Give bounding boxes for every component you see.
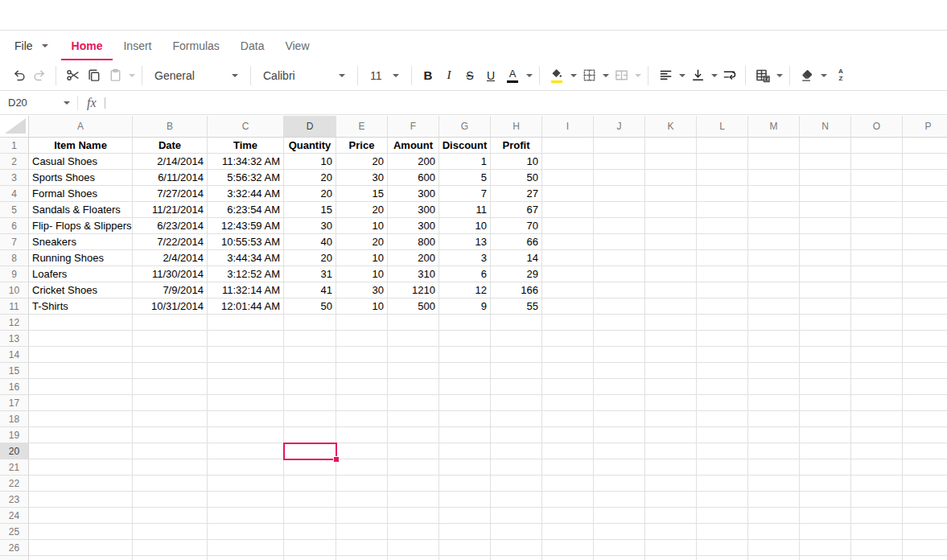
cell-M3[interactable] xyxy=(748,170,800,186)
cell-K9[interactable] xyxy=(645,266,697,282)
cell-E6[interactable]: 10 xyxy=(336,218,388,234)
cell-E20[interactable] xyxy=(336,443,388,459)
cell-B3[interactable]: 6/11/2014 xyxy=(133,170,208,186)
row-header-23[interactable]: 23 xyxy=(0,492,29,508)
cell-O9[interactable] xyxy=(851,266,903,282)
cell-H2[interactable]: 10 xyxy=(491,154,542,170)
cell-J5[interactable] xyxy=(594,202,645,218)
cell-K18[interactable] xyxy=(645,411,697,427)
cell-K3[interactable] xyxy=(645,170,697,186)
cell-F25[interactable] xyxy=(388,524,439,540)
cell-K16[interactable] xyxy=(645,379,697,395)
row-header-6[interactable]: 6 xyxy=(0,218,29,234)
cell-G5[interactable]: 11 xyxy=(439,202,491,218)
cell-P2[interactable] xyxy=(903,154,947,170)
cell-J16[interactable] xyxy=(594,379,645,395)
cell-J18[interactable] xyxy=(594,411,645,427)
cell-E26[interactable] xyxy=(336,540,388,556)
cell-B13[interactable] xyxy=(133,331,208,347)
cell-J3[interactable] xyxy=(594,170,645,186)
cell-E10[interactable]: 30 xyxy=(336,282,388,299)
cell-M17[interactable] xyxy=(748,395,800,411)
cell-O4[interactable] xyxy=(851,186,903,202)
cell-B20[interactable] xyxy=(133,443,208,459)
cell-B11[interactable]: 10/31/2014 xyxy=(133,299,208,315)
cell-L25[interactable] xyxy=(697,524,748,540)
cell-M10[interactable] xyxy=(748,282,800,299)
cell-H10[interactable]: 166 xyxy=(491,282,542,299)
cell-C12[interactable] xyxy=(208,315,284,331)
cell-J14[interactable] xyxy=(594,347,645,363)
column-header-K[interactable]: K xyxy=(645,116,697,138)
cell-A14[interactable] xyxy=(29,347,133,363)
cell-K8[interactable] xyxy=(645,250,697,266)
row-header-22[interactable]: 22 xyxy=(0,476,29,492)
cell-B19[interactable] xyxy=(133,427,208,443)
cell-M5[interactable] xyxy=(748,202,800,218)
cell-C5[interactable]: 6:23:54 AM xyxy=(208,202,284,218)
cell-E11[interactable]: 10 xyxy=(336,299,388,315)
cell-E15[interactable] xyxy=(336,363,388,379)
cell-A12[interactable] xyxy=(29,315,133,331)
vertical-align-button[interactable] xyxy=(687,64,708,87)
cell-H26[interactable] xyxy=(491,540,542,556)
cell-P22[interactable] xyxy=(903,476,947,492)
cell-B4[interactable]: 7/27/2014 xyxy=(133,186,208,202)
cell-M27[interactable] xyxy=(748,556,800,560)
cell-E8[interactable]: 10 xyxy=(336,250,388,266)
column-header-D[interactable]: D xyxy=(284,116,336,138)
row-header-7[interactable]: 7 xyxy=(0,234,29,250)
cell-D8[interactable]: 20 xyxy=(284,250,336,266)
cell-A2[interactable]: Casual Shoes xyxy=(29,154,133,170)
cell-G2[interactable]: 1 xyxy=(439,154,491,170)
cell-L19[interactable] xyxy=(697,427,748,443)
cell-D11[interactable]: 50 xyxy=(284,299,336,315)
cell-M1[interactable] xyxy=(748,138,800,154)
cell-O25[interactable] xyxy=(851,524,903,540)
row-header-2[interactable]: 2 xyxy=(0,154,29,170)
cell-J9[interactable] xyxy=(594,266,645,282)
cell-M4[interactable] xyxy=(748,186,800,202)
cell-L4[interactable] xyxy=(697,186,748,202)
cell-P21[interactable] xyxy=(903,459,947,476)
cell-K22[interactable] xyxy=(645,476,697,492)
borders-dropdown-icon[interactable] xyxy=(603,74,609,77)
cell-G13[interactable] xyxy=(439,331,491,347)
cell-I14[interactable] xyxy=(542,347,594,363)
cut-button[interactable] xyxy=(62,64,83,87)
cell-K20[interactable] xyxy=(645,443,697,459)
cell-E5[interactable]: 20 xyxy=(336,202,388,218)
cell-D14[interactable] xyxy=(284,347,336,363)
cell-O12[interactable] xyxy=(851,315,903,331)
cell-D2[interactable]: 10 xyxy=(284,154,336,170)
cell-B22[interactable] xyxy=(133,476,208,492)
cell-F19[interactable] xyxy=(388,427,439,443)
cell-P12[interactable] xyxy=(903,315,947,331)
cell-C27[interactable] xyxy=(208,556,284,560)
merge-dropdown-icon[interactable] xyxy=(635,74,641,77)
cell-P5[interactable] xyxy=(903,202,947,218)
cell-I9[interactable] xyxy=(542,266,594,282)
cell-J11[interactable] xyxy=(594,299,645,315)
cell-I26[interactable] xyxy=(542,540,594,556)
cell-B5[interactable]: 11/21/2014 xyxy=(133,202,208,218)
column-header-A[interactable]: A xyxy=(29,116,133,138)
cell-I8[interactable] xyxy=(542,250,594,266)
clear-button[interactable] xyxy=(797,64,817,87)
cell-O18[interactable] xyxy=(851,411,903,427)
cell-P17[interactable] xyxy=(903,395,947,411)
cell-B2[interactable]: 2/14/2014 xyxy=(133,154,208,170)
cell-N10[interactable] xyxy=(800,282,851,299)
cell-A7[interactable]: Sneakers xyxy=(29,234,133,250)
cell-N15[interactable] xyxy=(800,363,851,379)
cell-H1[interactable]: Profit xyxy=(491,138,542,154)
cell-E9[interactable]: 10 xyxy=(336,266,388,282)
row-header-27[interactable]: 27 xyxy=(0,556,29,560)
cell-A3[interactable]: Sports Shoes xyxy=(29,170,133,186)
cell-P16[interactable] xyxy=(903,379,947,395)
cell-D27[interactable] xyxy=(284,556,336,560)
cell-C22[interactable] xyxy=(208,476,284,492)
cell-J20[interactable] xyxy=(594,443,645,459)
cell-K6[interactable] xyxy=(645,218,697,234)
cell-P9[interactable] xyxy=(903,266,947,282)
